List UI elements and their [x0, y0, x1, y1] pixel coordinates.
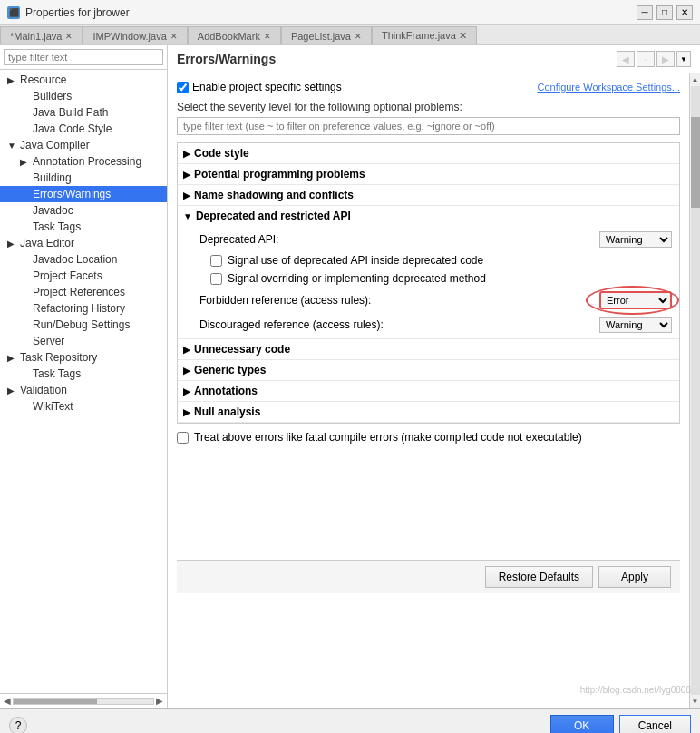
sidebar-item-java-compiler[interactable]: ▼ Java Compiler: [0, 137, 167, 153]
enable-label[interactable]: Enable project specific settings: [177, 81, 342, 93]
sidebar-item-project-references[interactable]: Project References: [0, 284, 167, 300]
help-button[interactable]: ?: [9, 717, 27, 734]
sidebar-item-project-facets[interactable]: Project Facets: [0, 268, 167, 284]
tab-close-pagelist[interactable]: ✕: [355, 32, 362, 41]
tab-impwindow[interactable]: IMPWindow.java ✕: [83, 26, 187, 44]
section-code-style-header[interactable]: ▶ Code style: [178, 143, 679, 163]
deprecated-overriding-checkbox[interactable]: [210, 273, 222, 285]
sidebar-item-validation[interactable]: ▶ Validation: [0, 382, 167, 398]
scroll-left-icon[interactable]: ◀: [2, 696, 13, 706]
expand-icon: ▶: [7, 386, 16, 396]
content-title: Errors/Warnings: [177, 52, 276, 66]
ok-button[interactable]: OK: [550, 715, 614, 734]
sidebar-item-javadoc-location[interactable]: Javadoc Location: [0, 251, 167, 268]
nav-dropdown[interactable]: ▼: [676, 51, 691, 67]
settings-tree: ▶ Code style ▶ Potential programming pro…: [177, 142, 680, 424]
sidebar-item-java-build-path[interactable]: Java Build Path: [0, 104, 167, 121]
expand-icon: ▶: [7, 353, 16, 363]
tab-close-main1[interactable]: ✕: [65, 32, 73, 41]
scroll-up-button[interactable]: ▲: [690, 73, 700, 85]
sidebar-item-errors-warnings[interactable]: Errors/Warnings: [0, 186, 167, 202]
section-code-style: ▶ Code style: [178, 143, 679, 164]
tab-close-impwindow[interactable]: ✕: [170, 32, 178, 41]
sidebar-scrollbar[interactable]: ◀ ▶: [0, 693, 167, 708]
tab-addbookmark[interactable]: AddBookMark ✕: [188, 26, 281, 44]
sidebar-item-javadoc[interactable]: Javadoc: [0, 202, 167, 219]
sidebar-item-java-code-style[interactable]: Java Code Style: [0, 121, 167, 137]
enable-row: Enable project specific settings Configu…: [177, 81, 680, 93]
tab-thinkframe[interactable]: ThinkFrame.java ✕: [372, 26, 477, 44]
section-unnecessary-header[interactable]: ▶ Unnecessary code: [178, 339, 679, 359]
tab-pagelist[interactable]: PageList.java ✕: [281, 26, 372, 44]
sidebar-item-resource[interactable]: ▶ Resource: [0, 72, 167, 88]
section-potential-header[interactable]: ▶ Potential programming problems: [178, 164, 679, 184]
scroll-track[interactable]: [691, 86, 700, 695]
back-button[interactable]: ◀: [617, 51, 635, 67]
forbidden-highlight: Ignore Warning Error: [599, 291, 672, 309]
maximize-button[interactable]: □: [656, 5, 673, 20]
configure-workspace-link[interactable]: Configure Workspace Settings...: [537, 82, 680, 93]
dialog-footer: ? OK Cancel: [0, 708, 700, 733]
section-arrow-icon: ▶: [183, 149, 190, 159]
nav-separator: ·: [637, 51, 655, 67]
deprecated-api-select[interactable]: Ignore Warning Error: [599, 231, 672, 248]
content-spacer: [177, 451, 680, 560]
cancel-button[interactable]: Cancel: [619, 715, 691, 734]
sidebar-filter-input[interactable]: [4, 49, 163, 65]
sidebar-item-refactoring-history[interactable]: Refactoring History: [0, 300, 167, 317]
section-null-header[interactable]: ▶ Null analysis: [178, 402, 679, 422]
section-arrow-icon: ▶: [183, 345, 190, 355]
filter-input[interactable]: [177, 117, 680, 135]
close-button[interactable]: ✕: [676, 5, 693, 20]
deprecated-api-row: Deprecated API: Ignore Warning Error: [178, 228, 679, 251]
section-arrow-icon: ▶: [183, 386, 190, 396]
section-annotations-header[interactable]: ▶ Annotations: [178, 381, 679, 401]
watermark: http://blog.csdn.net/lyg0808: [580, 685, 691, 695]
scroll-down-button[interactable]: ▼: [690, 696, 700, 708]
sidebar-item-task-tags[interactable]: Task Tags: [0, 366, 167, 382]
filter-desc: Select the severity level for the follow…: [177, 101, 680, 113]
forbidden-reference-select[interactable]: Ignore Warning Error: [599, 291, 672, 309]
section-name-shadowing-header[interactable]: ▶ Name shadowing and conflicts: [178, 185, 679, 205]
sidebar-item-builders[interactable]: Builders: [0, 88, 167, 104]
deprecated-inside-checkbox[interactable]: [210, 255, 222, 267]
tab-close-addbookmark[interactable]: ✕: [264, 32, 271, 41]
treat-errors-checkbox[interactable]: [177, 432, 189, 444]
sidebar-item-run-debug[interactable]: Run/Debug Settings: [0, 317, 167, 333]
section-unnecessary-code: ▶ Unnecessary code: [178, 339, 679, 360]
content-area: Errors/Warnings ◀ · ▶ ▼ Enable project s…: [168, 45, 700, 708]
section-name-shadowing: ▶ Name shadowing and conflicts: [178, 185, 679, 206]
settings-tree-scroll: ▶ Code style ▶ Potential programming pro…: [178, 143, 679, 423]
main-layout: ▶ Resource Builders Java Build Path Java…: [0, 45, 700, 708]
tab-main1[interactable]: *Main1.java ✕: [0, 26, 83, 44]
restore-defaults-button[interactable]: Restore Defaults: [485, 566, 593, 588]
discouraged-reference-select[interactable]: Ignore Warning Error: [599, 317, 672, 333]
sidebar-item-annotation-processing[interactable]: ▶ Annotation Processing: [0, 153, 167, 170]
sidebar-item-java-editor[interactable]: ▶ Java Editor: [0, 235, 167, 251]
deprecated-api-subsection: Deprecated API: Ignore Warning Error: [178, 226, 679, 338]
section-annotations: ▶ Annotations: [178, 381, 679, 402]
apply-button[interactable]: Apply: [598, 566, 671, 588]
scroll-right-icon[interactable]: ▶: [154, 696, 165, 706]
sidebar-tree: ▶ Resource Builders Java Build Path Java…: [0, 70, 167, 693]
expand-icon: ▶: [20, 157, 29, 167]
title-bar: ⬛ Properties for jbrower ─ □ ✕: [0, 0, 700, 25]
sidebar-item-wikitext[interactable]: WikiText: [0, 398, 167, 415]
sidebar-item-server[interactable]: Server: [0, 333, 167, 349]
discouraged-reference-row: Discouraged reference (access rules): Ig…: [178, 313, 679, 337]
vertical-scrollbar[interactable]: ▲ ▼: [689, 73, 700, 708]
section-deprecated-header[interactable]: ▼ Deprecated and restricted API: [178, 206, 679, 226]
minimize-button[interactable]: ─: [637, 5, 653, 20]
enable-checkbox[interactable]: [177, 82, 189, 93]
treat-errors-row: Treat above errors like fatal compile er…: [177, 424, 680, 451]
section-generic-header[interactable]: ▶ Generic types: [178, 360, 679, 380]
expand-icon: ▼: [7, 141, 16, 151]
scrollbar-thumb: [14, 699, 97, 704]
sidebar-item-task-repository[interactable]: ▶ Task Repository: [0, 349, 167, 366]
sidebar-item-building[interactable]: Building: [0, 170, 167, 186]
content-header: Errors/Warnings ◀ · ▶ ▼: [168, 45, 700, 73]
sidebar-item-task-tags-compiler[interactable]: Task Tags: [0, 219, 167, 235]
section-arrow-icon: ▶: [183, 191, 190, 200]
forward-button[interactable]: ▶: [656, 51, 675, 67]
scrollbar-track[interactable]: [13, 698, 154, 705]
